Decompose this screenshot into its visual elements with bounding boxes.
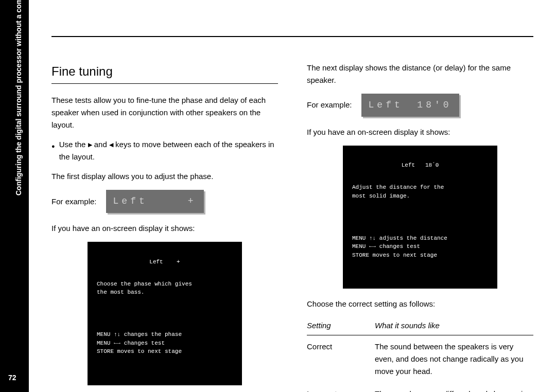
lcd2-left-text: Left bbox=[369, 98, 403, 113]
heading-rule bbox=[51, 83, 278, 84]
osd1-header: Left + bbox=[97, 258, 233, 266]
settings-table: Setting What it sounds like Correct The … bbox=[307, 317, 533, 392]
bullet-text-mid: and bbox=[92, 140, 109, 149]
lcd-display-2: Left 18'0 bbox=[361, 94, 459, 117]
page-number: 72 bbox=[8, 373, 16, 382]
right-column: The next display shows the distance (or … bbox=[307, 62, 533, 392]
table-cell-correct-label: Correct bbox=[307, 335, 375, 383]
lcd2-right-text: 18'0 bbox=[417, 98, 451, 113]
bullet-item: Use the and keys to move between each of… bbox=[51, 138, 278, 163]
bullet-dot-icon bbox=[51, 138, 55, 163]
example-label-2: For example: bbox=[307, 99, 352, 111]
bullet-text: Use the and keys to move between each of… bbox=[59, 138, 278, 163]
table-header-setting: Setting bbox=[307, 317, 375, 335]
table-header-sound: What it sounds like bbox=[375, 317, 533, 335]
osd2-body2: MENU ↑↓ adjusts the distance MENU ←→ cha… bbox=[352, 234, 488, 260]
choose-setting-paragraph: Choose the correct setting as follows: bbox=[307, 298, 533, 310]
table-row: Correct The sound between the speakers i… bbox=[307, 335, 533, 383]
lcd-display-1: Left + bbox=[106, 190, 204, 213]
arrow-left-icon bbox=[109, 140, 113, 149]
page-content: Fine tuning These tests allow you to fin… bbox=[29, 0, 556, 392]
intro-paragraph: These tests allow you to fine-tune the p… bbox=[51, 94, 278, 131]
arrow-right-icon bbox=[88, 140, 92, 149]
left-column: Fine tuning These tests allow you to fin… bbox=[51, 62, 278, 392]
osd-display-2: Left 18´0 Adjust the distance for the mo… bbox=[343, 146, 497, 289]
table-row: Incorrect The sound appears diffused, an… bbox=[307, 383, 533, 392]
table-cell-correct-desc: The sound between the speakers is very e… bbox=[375, 335, 533, 383]
osd1-body1: Choose the phase which gives the most ba… bbox=[97, 280, 233, 297]
section-heading: Fine tuning bbox=[51, 62, 278, 81]
phase-paragraph: The first display allows you to adjust t… bbox=[51, 170, 278, 183]
side-chapter-label: Configuring the digital surround process… bbox=[14, 0, 23, 195]
side-black-bar: Configuring the digital surround process… bbox=[0, 0, 29, 392]
distance-paragraph: The next display shows the distance (or … bbox=[307, 62, 533, 86]
lcd1-right-text: + bbox=[188, 194, 197, 209]
example-row-2: For example: Left 18'0 bbox=[307, 94, 533, 117]
osd2-body1: Adjust the distance for the most solid i… bbox=[352, 183, 488, 200]
table-cell-incorrect-label: Incorrect bbox=[307, 383, 375, 392]
osd2-header: Left 18´0 bbox=[352, 161, 488, 170]
osd-intro-2: If you have an on-screen display it show… bbox=[307, 126, 533, 138]
osd1-body2: MENU ↑↓ changes the phase MENU ←→ change… bbox=[97, 330, 233, 356]
osd-display-1: Left + Choose the phase which gives the … bbox=[88, 242, 242, 385]
example-row-1: For example: Left + bbox=[51, 190, 278, 213]
osd-intro-1: If you have an on-screen display it show… bbox=[51, 222, 278, 235]
example-label-1: For example: bbox=[51, 195, 97, 208]
lcd1-left-text: Left bbox=[113, 194, 148, 209]
bullet-text-pre: Use the bbox=[59, 140, 88, 149]
table-cell-incorrect-desc: The sound appears diffused, and changes … bbox=[375, 383, 533, 392]
top-horizontal-rule bbox=[51, 36, 533, 37]
